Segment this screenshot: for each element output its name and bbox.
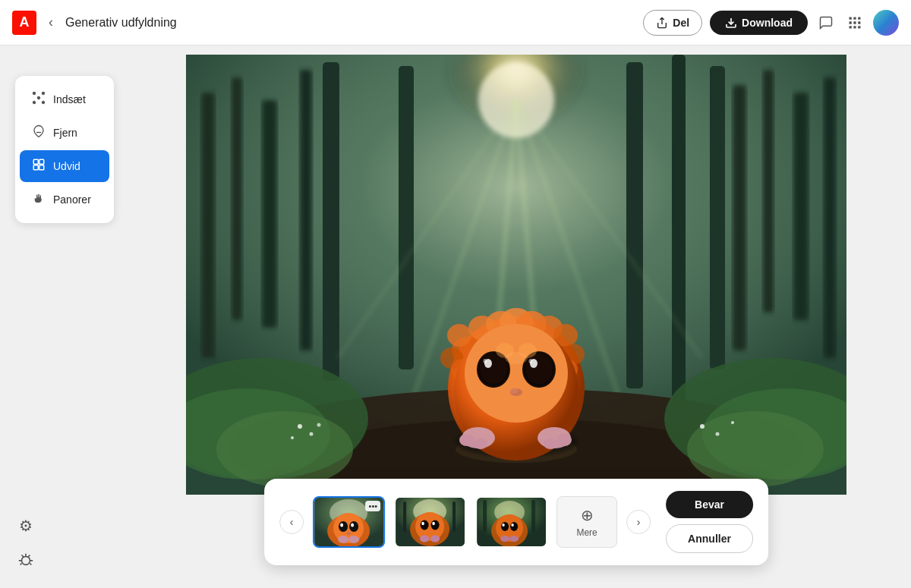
svg-point-116 [431, 520, 440, 530]
grid-button[interactable] [844, 12, 865, 33]
svg-point-131 [511, 524, 513, 527]
svg-rect-24 [232, 77, 242, 320]
svg-point-58 [700, 424, 705, 429]
svg-rect-28 [763, 70, 774, 313]
thumbnail-more-button[interactable]: ⊕ Mere [556, 496, 617, 548]
svg-point-91 [474, 439, 487, 449]
svg-rect-29 [793, 93, 809, 320]
svg-point-105 [340, 524, 343, 527]
svg-point-106 [351, 524, 354, 527]
thumbnail-menu[interactable]: ••• [366, 501, 381, 511]
svg-point-120 [430, 536, 440, 542]
share-icon [656, 17, 668, 29]
svg-rect-134 [483, 500, 487, 532]
thumbnail-preview-2 [396, 498, 465, 546]
thumbnail-bar: ‹ [264, 479, 768, 565]
svg-point-90 [459, 434, 474, 446]
svg-point-130 [502, 524, 504, 527]
plus-circle-icon: ⊕ [581, 506, 594, 524]
grid-icon [847, 15, 862, 30]
svg-point-56 [291, 436, 294, 439]
svg-rect-122 [452, 502, 456, 532]
panel-item-label: Indsæt [53, 93, 86, 105]
svg-rect-8 [858, 26, 860, 28]
svg-rect-4 [853, 21, 856, 24]
svg-point-81 [484, 359, 487, 363]
thumbnail-prev-button[interactable]: ‹ [279, 510, 304, 534]
svg-rect-6 [850, 26, 852, 28]
indsaet-icon [32, 91, 46, 108]
panel-item-label: Panorer [53, 193, 91, 206]
bottom-left-icons: ⚙ [12, 512, 39, 573]
forest-scene [186, 55, 846, 495]
svg-rect-17 [33, 165, 38, 170]
download-button[interactable]: Download [710, 11, 808, 35]
svg-rect-33 [399, 66, 414, 369]
svg-point-132 [500, 536, 509, 542]
svg-rect-7 [853, 26, 856, 28]
svg-rect-36 [710, 66, 725, 369]
svg-point-86 [529, 359, 533, 363]
svg-point-109 [348, 536, 359, 543]
svg-rect-2 [858, 17, 860, 19]
settings-button[interactable]: ⚙ [12, 512, 39, 539]
svg-point-102 [333, 513, 364, 543]
panorer-icon [32, 191, 46, 208]
avatar[interactable] [873, 10, 899, 36]
svg-point-119 [420, 536, 429, 542]
thumbnail-item-2[interactable] [394, 496, 466, 548]
svg-rect-135 [531, 500, 535, 532]
svg-rect-25 [262, 100, 277, 328]
annuller-button[interactable]: Annuller [666, 524, 753, 553]
svg-point-104 [349, 521, 358, 532]
svg-rect-32 [353, 55, 367, 404]
thumbnail-next-button[interactable]: › [626, 510, 651, 534]
side-panel: Indsæt Fjern Udvid [15, 76, 114, 223]
udvid-icon [32, 158, 46, 175]
panel-item-fjern[interactable]: Fjern [20, 117, 109, 149]
panel-item-indsaet[interactable]: Indsæt [20, 83, 109, 115]
svg-point-50 [216, 411, 353, 487]
bug-icon [17, 551, 34, 568]
thumbnail-item-1[interactable]: ••• [313, 496, 385, 548]
svg-rect-23 [201, 93, 215, 358]
panel-item-panorer[interactable]: Panorer [20, 184, 109, 215]
svg-rect-35 [672, 55, 686, 404]
bug-button[interactable] [12, 546, 39, 573]
topbar: A ‹ Generativ udfyldning Del Download [0, 0, 911, 46]
download-icon [725, 17, 737, 29]
svg-point-60 [731, 421, 734, 424]
thumbnail-item-3[interactable] [475, 496, 547, 548]
thumbnail-actions: Bevar Annuller [666, 491, 753, 553]
panel-item-label: Fjern [53, 127, 77, 139]
svg-point-118 [432, 522, 435, 525]
svg-point-9 [38, 97, 40, 99]
svg-rect-30 [824, 77, 836, 358]
comment-button[interactable] [815, 12, 837, 33]
svg-point-115 [421, 520, 429, 530]
bevar-button[interactable]: Bevar [666, 491, 753, 518]
svg-point-117 [421, 522, 424, 525]
del-button[interactable]: Del [643, 10, 702, 36]
svg-rect-27 [733, 85, 746, 351]
svg-point-94 [544, 439, 557, 449]
comment-icon [818, 15, 834, 30]
svg-rect-18 [39, 165, 44, 170]
main-content: Indsæt Fjern Udvid [0, 46, 911, 588]
topbar-left: A ‹ Generativ udfyldning [12, 11, 634, 35]
svg-point-55 [310, 432, 314, 436]
svg-point-107 [346, 532, 351, 535]
svg-point-53 [687, 411, 824, 487]
svg-rect-5 [858, 21, 860, 24]
svg-point-59 [716, 432, 720, 436]
back-button[interactable]: ‹ [44, 11, 58, 33]
svg-point-11 [43, 93, 45, 95]
svg-point-65 [447, 324, 471, 347]
thumbnail-preview-3 [477, 498, 546, 546]
svg-point-10 [33, 93, 36, 95]
svg-rect-16 [39, 159, 44, 164]
canvas-area: ‹ [129, 55, 903, 580]
svg-point-54 [298, 424, 302, 429]
fjern-icon [32, 124, 46, 141]
panel-item-udvid[interactable]: Udvid [20, 150, 109, 182]
